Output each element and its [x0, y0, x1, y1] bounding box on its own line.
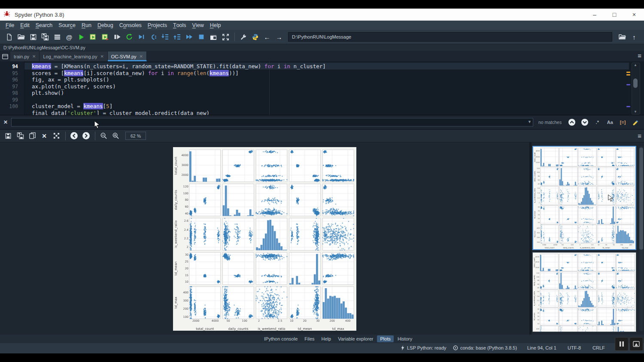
scroll-up-icon[interactable]: ▲ [634, 63, 637, 67]
line-number: 94 [0, 63, 18, 69]
tab-close-icon[interactable]: ✕ [100, 54, 103, 59]
plot-thumbnail-selected[interactable] [532, 146, 636, 250]
debug-step-icon[interactable] [148, 31, 159, 42]
menu-source[interactable]: Source [55, 21, 79, 30]
tab-label: Log_machine_learning.py [43, 54, 97, 59]
editor-tab-train-py[interactable]: train.py✕ [10, 51, 39, 61]
pane-tab-help[interactable]: Help [319, 335, 334, 342]
close-button[interactable]: × [624, 9, 644, 21]
warning-mark[interactable] [626, 74, 630, 75]
parent-directory-icon[interactable]: ↑ [629, 31, 640, 42]
find-close-icon[interactable]: ✕ [3, 119, 8, 125]
code-editor[interactable]: kmeans = [KMeans(n_clusters=i, random_st… [0, 61, 644, 115]
back-icon[interactable]: ← [261, 31, 273, 42]
menu-projects[interactable]: Projects [145, 21, 170, 30]
highlight-matches-icon[interactable] [631, 118, 640, 127]
code-line-94: kmeans = [KMeans(n_clusters=i, random_st… [32, 63, 326, 69]
menu-debug[interactable]: Debug [94, 21, 116, 30]
editor-scrollbar-thumb[interactable] [633, 78, 638, 88]
run-cell-icon[interactable] [88, 31, 99, 42]
tab-close-icon[interactable]: ✕ [140, 54, 143, 59]
eol-status: CRLF [592, 345, 605, 350]
copy-plot-icon[interactable] [27, 130, 38, 142]
save-icon[interactable] [27, 31, 39, 42]
browse-directory-icon[interactable] [617, 31, 628, 42]
zoom-in-icon[interactable] [110, 130, 121, 142]
toolbar-separator [234, 33, 235, 41]
forward-icon[interactable]: → [273, 31, 285, 42]
maximize-pane-icon[interactable] [208, 31, 219, 42]
restore-button[interactable]: □ [605, 9, 624, 21]
next-plot-icon[interactable] [80, 130, 91, 142]
find-previous-icon[interactable] [568, 118, 576, 127]
warning-mark[interactable] [626, 72, 630, 73]
menu-consoles[interactable]: Consoles [116, 21, 145, 30]
outline-explorer-icon[interactable] [52, 31, 63, 42]
find-input[interactable] [11, 118, 533, 127]
menu-tools[interactable]: Tools [170, 21, 189, 30]
code-line-95: scores = [kmeans[i].score(data_new) for … [32, 70, 239, 76]
cursor-position: Line 94, Col 1 [527, 345, 556, 350]
find-history-dropdown-icon[interactable]: ▼ [528, 120, 532, 124]
browse-tabs-icon[interactable] [0, 52, 10, 61]
working-directory-combobox[interactable]: D:\PythonRUN\LogMessage [288, 32, 612, 42]
debug-step-out-icon[interactable] [172, 31, 183, 42]
debug-fast-forward-icon[interactable] [184, 31, 195, 42]
find-symbols-icon[interactable]: @ [64, 31, 75, 42]
regex-toggle-icon[interactable]: .* [593, 118, 601, 127]
remove-all-plots-icon[interactable] [51, 130, 62, 142]
pane-tab-ipython-console[interactable]: IPython console [261, 335, 301, 342]
menu-file[interactable]: File [3, 21, 17, 30]
plots-options-menu-icon[interactable]: ≡ [638, 132, 641, 139]
menu-search[interactable]: Search [33, 21, 56, 30]
pane-tab-files[interactable]: Files [301, 335, 317, 342]
toolbar-separator [95, 132, 95, 140]
save-all-icon[interactable] [39, 31, 51, 42]
interpreter-status[interactable]: conda: base (Python 3.8.5) [460, 345, 517, 350]
picture-in-picture-button[interactable] [629, 337, 643, 351]
zoom-out-icon[interactable] [98, 130, 109, 142]
video-pause-button[interactable] [615, 337, 629, 351]
tab-close-icon[interactable]: ✕ [32, 54, 36, 59]
debug-step-into-icon[interactable] [160, 31, 171, 42]
menu-run[interactable]: Run [79, 21, 94, 30]
letterbox-bottom [0, 353, 644, 362]
previous-plot-icon[interactable] [68, 130, 79, 142]
remove-plot-icon[interactable]: ✕ [39, 130, 50, 142]
run-icon[interactable] [76, 31, 87, 42]
open-file-icon[interactable] [15, 31, 27, 42]
thumbnails-scrollbar[interactable] [639, 146, 643, 331]
lsp-status[interactable]: LSP Python: ready [407, 345, 447, 350]
python-path-icon[interactable] [249, 31, 261, 42]
occurrence-mark[interactable] [626, 106, 630, 107]
menu-edit[interactable]: Edit [17, 21, 33, 30]
occurrence-mark[interactable] [626, 84, 630, 85]
debug-continue-icon[interactable] [136, 31, 147, 42]
match-case-toggle-icon[interactable]: Aa [606, 118, 614, 127]
preferences-icon[interactable] [237, 31, 249, 42]
minimize-button[interactable]: – [585, 9, 605, 21]
pane-tab-plots[interactable]: Plots [377, 335, 393, 342]
rerun-cell-icon[interactable] [124, 31, 135, 42]
find-next-icon[interactable] [580, 118, 589, 127]
new-file-icon[interactable] [3, 31, 15, 42]
fullscreen-icon[interactable] [220, 31, 231, 42]
editor-scrollbar[interactable] [632, 63, 640, 115]
pane-tab-history[interactable]: History [395, 335, 415, 342]
whole-words-toggle-icon[interactable]: [=] [619, 118, 627, 127]
run-cell-advance-icon[interactable] [100, 31, 111, 42]
menu-help[interactable]: Help [207, 21, 224, 30]
save-plot-icon[interactable] [3, 130, 14, 142]
editor-options-menu-icon[interactable]: ≡ [638, 52, 641, 59]
run-selection-icon[interactable] [112, 31, 123, 42]
menu-view[interactable]: View [189, 21, 207, 30]
save-all-plots-icon[interactable] [15, 130, 26, 142]
editor-tab-log-machine-learning-py[interactable]: Log_machine_learning.py✕ [39, 51, 107, 61]
scroll-down-icon[interactable]: ▼ [634, 110, 637, 114]
plot-zoom-level[interactable]: 62 % [125, 132, 146, 140]
pane-tab-variable-explorer[interactable]: Variable explorer [335, 335, 376, 342]
plot-thumbnail[interactable] [532, 252, 636, 332]
thumbnails-scrollbar-thumb[interactable] [639, 148, 643, 250]
stop-icon[interactable] [196, 31, 207, 42]
editor-tab-oc-svm-py[interactable]: OC-SVM.py✕ [108, 51, 147, 61]
